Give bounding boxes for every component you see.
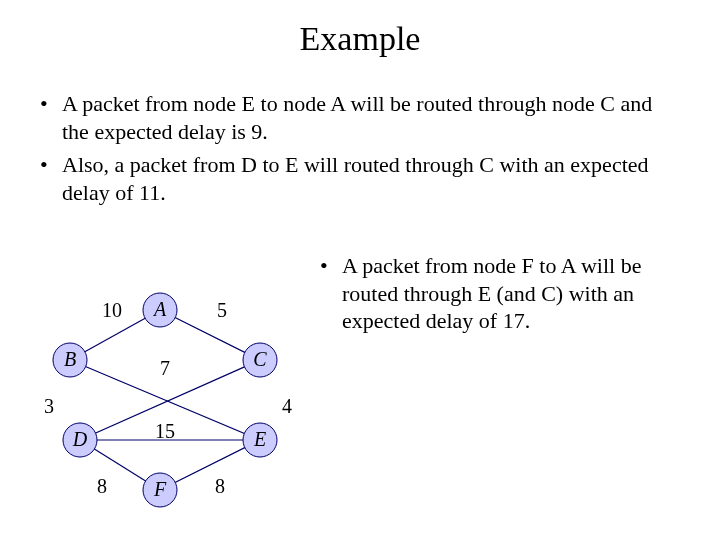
- bullet-text: A packet from node F to A will be routed…: [342, 252, 690, 335]
- side-label-right: 4: [282, 395, 292, 417]
- node-E: E: [243, 423, 277, 457]
- svg-text:F: F: [153, 478, 167, 500]
- node-C: C: [243, 343, 277, 377]
- list-item: • Also, a packet from D to E will routed…: [40, 151, 680, 206]
- bullet-text: A packet from node E to node A will be r…: [62, 90, 680, 145]
- node-F: F: [143, 473, 177, 507]
- svg-text:E: E: [253, 428, 266, 450]
- side-label-left: 3: [44, 395, 54, 417]
- edge-label-AC: 5: [217, 299, 227, 321]
- edge-label-DF: 8: [97, 475, 107, 497]
- page-title: Example: [0, 20, 720, 58]
- svg-text:D: D: [72, 428, 88, 450]
- svg-text:A: A: [152, 298, 167, 320]
- edge-label-BE: 7: [160, 357, 170, 379]
- svg-text:B: B: [64, 348, 76, 370]
- top-bullet-list: • A packet from node E to node A will be…: [40, 90, 680, 212]
- node-D: D: [63, 423, 97, 457]
- list-item: • A packet from node E to node A will be…: [40, 90, 680, 145]
- bullet-marker: •: [40, 151, 62, 206]
- svg-text:C: C: [253, 348, 267, 370]
- edge-label-FE: 8: [215, 475, 225, 497]
- right-bullet-list: • A packet from node F to A will be rout…: [320, 252, 690, 341]
- bullet-marker: •: [40, 90, 62, 145]
- node-B: B: [53, 343, 87, 377]
- routing-graph: A B C D E F 10 5: [30, 270, 320, 520]
- list-item: • A packet from node F to A will be rout…: [320, 252, 690, 335]
- bullet-marker: •: [320, 252, 342, 335]
- node-A: A: [143, 293, 177, 327]
- bullet-text: Also, a packet from D to E will routed t…: [62, 151, 680, 206]
- edge-label-BA: 10: [102, 299, 122, 321]
- edge-label-DE: 15: [155, 420, 175, 442]
